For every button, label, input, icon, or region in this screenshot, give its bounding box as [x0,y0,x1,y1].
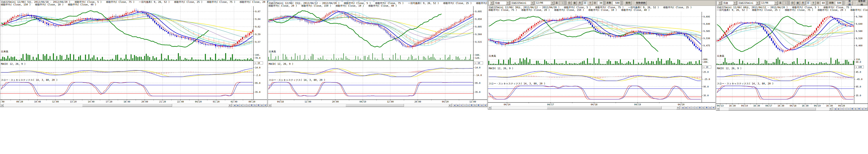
contract-combo[interactable]: 12/06▼ [535,1,554,5]
nav-button-3[interactable]: － [243,104,246,107]
nav-button-9[interactable]: ▼ [712,106,715,109]
apply-button[interactable]: 適用 [624,1,631,5]
spin-down-icon[interactable]: ▼ [787,3,789,5]
nav-button-8[interactable]: ◎ [260,104,264,107]
symbol-combo[interactable]: 日経225mini▼ [738,1,760,5]
combo-dropdown-arrow-icon[interactable]: ▼ [530,1,534,5]
spin-up-icon[interactable]: ▲ [620,1,622,3]
count-spin-spinner[interactable]: ▲▼ [842,1,844,5]
combo-dropdown-arrow-icon[interactable]: ▼ [506,1,509,5]
scrollbar-splitter[interactable] [231,104,233,107]
nav-button-0[interactable]: ◀ [233,104,236,107]
period-button-0[interactable]: 日 [567,1,571,5]
combo-dropdown-arrow-icon[interactable]: ▼ [774,1,778,5]
nav-button-7[interactable]: R [477,104,480,107]
spin-up-icon[interactable]: ▲ [603,1,605,3]
period-button-4[interactable]: T [811,1,816,5]
count-spin[interactable]: 500▲▼ [613,1,622,5]
spin-down-icon[interactable]: ▼ [826,3,828,5]
price-chart-30min[interactable]: 04/1404/1704/1804/1904/209,6959,6409,585… [488,12,715,106]
nav-button-8[interactable]: ◎ [708,106,712,109]
nav-button-1[interactable]: ▶ [684,106,688,109]
nav-button-4[interactable]: ▷ [466,104,470,107]
price-chart-15min[interactable]: 04/1812:0020:0004/1912:0020:0004/2012:00… [268,6,487,104]
nav-button-8[interactable]: ◎ [480,104,484,107]
scroll-left-button[interactable]: ◀ [268,104,271,107]
bar-count-spin-spinner[interactable]: ▲▼ [787,1,789,5]
symbol-combo[interactable]: 日経225mini▼ [510,1,534,5]
period-button-4[interactable]: T [588,1,592,5]
scroll-thumb[interactable] [547,106,662,109]
combo-dropdown-arrow-icon[interactable]: ▼ [490,1,493,5]
nav-button-4[interactable]: ▷ [695,106,698,109]
scroll-track[interactable] [491,106,677,109]
nav-button-9[interactable]: ▼ [264,104,267,107]
nav-button-4[interactable]: ▷ [246,104,250,107]
nav-button-5[interactable]: D [850,107,854,111]
apply-button[interactable]: 適用 [846,1,853,5]
nav-button-2[interactable]: ＋ [240,104,243,107]
scroll-track[interactable] [4,104,228,107]
nav-button-2[interactable]: ＋ [460,104,463,107]
spin-up-icon[interactable]: ▲ [564,1,566,3]
period-button-3[interactable]: 分 [583,1,587,5]
price-chart-5min[interactable]: 2:4009:2010:4012:0013:2014:4017:2018:402… [0,6,267,104]
nav-button-6[interactable]: L [854,107,857,111]
bar-count-spin[interactable]: 1▲▼ [783,1,789,5]
scroll-right-button[interactable]: ▶ [228,104,231,107]
multi-symbol-button[interactable]: 複数銘柄 [635,1,647,5]
scroll-right-button[interactable]: ▶ [448,104,452,107]
combo-dropdown-arrow-icon[interactable]: ▼ [756,1,759,5]
nav-button-5[interactable]: D [470,104,473,107]
spin-up-icon[interactable]: ▲ [826,1,828,3]
nav-button-8[interactable]: ◎ [861,107,864,111]
nav-button-6[interactable]: L [253,104,257,107]
combo-dropdown-arrow-icon[interactable]: ▼ [551,1,554,5]
nav-button-1[interactable]: ▶ [236,104,240,107]
nav-button-5[interactable]: D [698,106,702,109]
nav-button-3[interactable]: － [691,106,695,109]
period-button-3[interactable]: 分 [806,1,810,5]
combo-dropdown-arrow-icon[interactable]: ▼ [718,1,721,5]
period-button-1[interactable]: 週 [796,1,800,5]
market-combo[interactable]: 先物▼ [494,1,510,5]
nav-button-2[interactable]: ＋ [688,106,691,109]
nav-button-0[interactable]: ◀ [834,107,837,111]
nav-button-7[interactable]: R [857,107,861,111]
count-spin[interactable]: 500▲▼ [835,1,844,5]
combo-dropdown-arrow-icon[interactable]: ▼ [733,1,737,5]
multi-symbol-button[interactable]: 複数銘柄 [856,1,867,5]
price-chart-60min[interactable]: 04/1316:3004/1416:3004/1716:3004/1816:30… [716,12,868,107]
scroll-right-button[interactable]: ▶ [677,106,680,109]
period-button-2[interactable]: 月 [801,1,805,5]
nav-button-6[interactable]: L [702,106,705,109]
scroll-thumb[interactable] [82,104,172,107]
market-combo[interactable]: 先物▼ [722,1,737,5]
scroll-thumb[interactable] [728,107,816,110]
scroll-left-button[interactable]: ◀ [488,106,491,109]
spin-down-icon[interactable]: ▼ [564,3,566,5]
period-button-2[interactable]: 月 [578,1,582,5]
minute-spin-spinner[interactable]: ▲▼ [826,1,828,5]
nav-button-9[interactable]: ▼ [484,104,487,107]
minute-spin-spinner[interactable]: ▲▼ [603,1,605,5]
scrollbar-splitter[interactable] [832,107,834,111]
bar-count-spin-spinner[interactable]: ▲▼ [564,1,566,5]
nav-button-7[interactable]: R [705,106,708,109]
nav-button-4[interactable]: ▷ [847,107,850,111]
nav-button-3[interactable]: － [463,104,466,107]
spin-up-icon[interactable]: ▲ [842,1,844,3]
minute-spin[interactable]: 30▲▼ [597,1,605,5]
nav-button-2[interactable]: ＋ [840,107,844,111]
spin-down-icon[interactable]: ▼ [603,3,605,5]
period-button-1[interactable]: 週 [572,1,577,5]
count-spin-spinner[interactable]: ▲▼ [620,1,622,5]
bar-count-spin[interactable]: 1▲▼ [559,1,566,5]
scrollbar-splitter[interactable] [680,106,681,109]
nav-button-6[interactable]: L [473,104,477,107]
nav-button-9[interactable]: ▼ [864,107,868,111]
nav-button-1[interactable]: ▶ [456,104,460,107]
scrollbar-splitter[interactable] [452,104,453,107]
filter-combo[interactable]: ▼ [717,1,722,5]
nav-button-5[interactable]: D [250,104,253,107]
